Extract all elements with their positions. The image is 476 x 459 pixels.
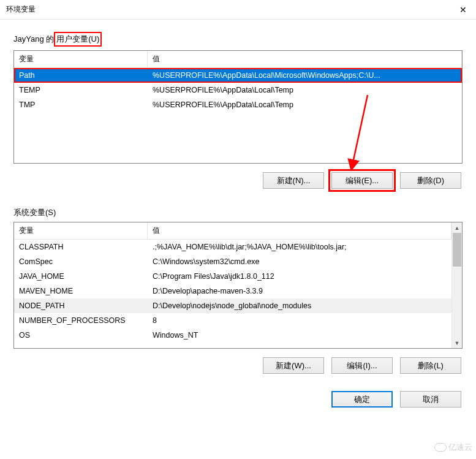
table-row[interactable]: Path %USERPROFILE%\AppData\Local\Microso… [14,68,462,83]
cell-val: %USERPROFILE%\AppData\Local\Microsoft\Wi… [148,69,462,82]
system-buttons-row: 新建(W)... 编辑(I)... 删除(L) [13,349,463,374]
cell-var: CLASSPATH [14,241,148,253]
window-title: 环境变量 [6,4,36,15]
edit-system-var-button[interactable]: 编辑(I)... [331,357,393,374]
table-row[interactable]: NUMBER_OF_PROCESSORS 8 [14,313,451,328]
table-header: 变量 值 [14,51,462,68]
table-row[interactable]: TMP %USERPROFILE%\AppData\Local\Temp [14,97,462,112]
user-vars-table[interactable]: 变量 值 Path %USERPROFILE%\AppData\Local\Mi… [13,50,463,164]
watermark-cloud-icon [434,443,447,452]
scrollbar-down-icon[interactable]: ▼ [452,338,462,348]
table-row[interactable]: TEMP %USERPROFILE%\AppData\Local\Temp [14,83,462,97]
cell-val: .;%JAVA_HOME%\lib\dt.jar;%JAVA_HOME%\lib… [148,241,451,253]
cell-var: JAVA_HOME [14,270,148,283]
col-header-var[interactable]: 变量 [14,222,148,239]
col-header-var[interactable]: 变量 [14,51,148,67]
cell-val: %USERPROFILE%\AppData\Local\Temp [148,99,462,111]
new-system-var-button[interactable]: 新建(W)... [263,357,324,374]
table-row[interactable]: JAVA_HOME C:\Program Files\Java\jdk1.8.0… [14,269,451,284]
col-header-val[interactable]: 值 [148,222,451,239]
table-header: 变量 值 [14,222,451,240]
footer-buttons: 确定 取消 [0,374,476,408]
table-row[interactable]: NODE_PATH D:\Develop\nodejs\node_global\… [14,298,451,313]
new-user-var-button[interactable]: 新建(N)... [263,172,324,189]
cell-val: D:\Develop\apache-maven-3.3.9 [148,285,451,297]
cell-var: NODE_PATH [14,300,148,312]
system-vars-table[interactable]: 变量 值 CLASSPATH .;%JAVA_HOME%\lib\dt.jar;… [13,222,463,349]
delete-system-var-button[interactable]: 删除(L) [400,357,461,374]
cell-var: TMP [14,99,148,111]
scrollbar[interactable]: ▲ ▼ [451,222,462,348]
edit-user-var-button[interactable]: 编辑(E)... [331,172,393,189]
cell-val: C:\Program Files\Java\jdk1.8.0_112 [148,270,451,283]
cell-var: TEMP [14,84,148,96]
cell-val: Windows_NT [148,329,451,341]
table-row[interactable]: CLASSPATH .;%JAVA_HOME%\lib\dt.jar;%JAVA… [14,240,451,254]
close-icon[interactable]: ✕ [455,2,471,18]
ok-button[interactable]: 确定 [331,391,393,408]
cell-var: OS [14,329,148,341]
system-vars-label: 系统变量(S) [13,207,463,218]
cell-var: MAVEN_HOME [14,285,148,297]
delete-user-var-button[interactable]: 删除(D) [400,172,461,189]
titlebar: 环境变量 ✕ [0,0,476,20]
user-vars-label: JayYang 的用户变量(U) [13,32,463,47]
cell-var: ComSpec [14,256,148,268]
user-buttons-row: 新建(N)... 编辑(E)... 删除(D) [13,164,463,189]
watermark: 亿速云 [434,442,472,453]
cell-val: C:\Windows\system32\cmd.exe [148,256,451,268]
cell-var: Path [14,69,148,82]
scrollbar-thumb[interactable] [453,233,461,267]
table-row[interactable]: ComSpec C:\Windows\system32\cmd.exe [14,254,451,269]
table-row[interactable]: OS Windows_NT [14,328,451,343]
cell-val: D:\Develop\nodejs\node_global\node_modul… [148,300,451,312]
cell-val: %USERPROFILE%\AppData\Local\Temp [148,84,462,96]
cancel-button[interactable]: 取消 [400,391,461,408]
user-vars-label-highlight: 用户变量(U) [54,32,102,47]
cell-var: NUMBER_OF_PROCESSORS [14,314,148,327]
scrollbar-up-icon[interactable]: ▲ [452,222,462,233]
table-row[interactable]: MAVEN_HOME D:\Develop\apache-maven-3.3.9 [14,284,451,298]
col-header-val[interactable]: 值 [148,51,462,67]
cell-val: 8 [148,314,451,327]
